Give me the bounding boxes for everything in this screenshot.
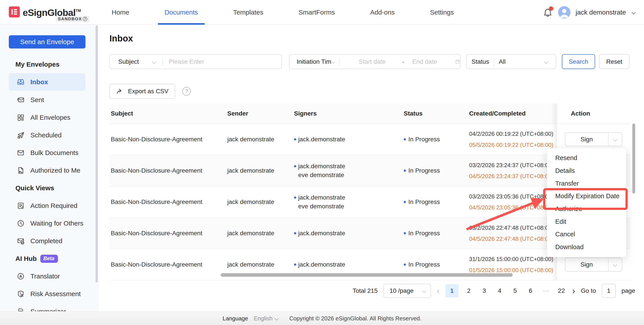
send-envelope-button[interactable]: Send an Envelope — [9, 35, 86, 49]
top-bar: eSignGlobalTM SANDBOX? HomeDocumentsTemp… — [0, 0, 644, 25]
nav-item-smartforms[interactable]: SmartForms — [299, 0, 335, 25]
status-field-label: Status — [472, 58, 489, 65]
nav-item-add-ons[interactable]: Add-ons — [370, 0, 395, 25]
next-page-button[interactable]: › — [572, 286, 575, 295]
sign-button-label[interactable]: Sign — [565, 258, 608, 271]
signer-name: eve demonstrate — [298, 171, 344, 179]
nav-item-documents[interactable]: Documents — [164, 0, 198, 25]
status-filter-group: Status All — [466, 54, 556, 69]
sidebar-heading-my-envelopes: My Envelopes — [16, 60, 99, 69]
user-name[interactable]: jack demonstrate — [576, 9, 626, 16]
subject-search-input[interactable] — [169, 58, 274, 65]
column-header-subject: Subject — [110, 104, 225, 124]
subject-field-chevron-down-icon[interactable] — [152, 60, 156, 64]
goto-page-input[interactable] — [602, 284, 616, 298]
cell-signers: jack.demonstrate — [292, 218, 400, 249]
completed-date: 05/5/2026 00:19:22 (UTC+08:00) — [469, 141, 556, 149]
sidebar-item-label: Waiting for Others — [30, 220, 84, 227]
subject-field-selector[interactable]: Subject — [118, 58, 139, 65]
status-text: In Progress — [408, 136, 440, 143]
sidebar-item-risk-assessment[interactable]: Risk Assessment — [0, 285, 99, 303]
status-select-value[interactable]: All — [499, 58, 506, 65]
signer-bullet — [294, 138, 296, 140]
sidebar-heading-quick-views: Quick Views — [16, 184, 99, 192]
export-row: Export as CSV ? — [110, 84, 191, 99]
cell-subject: Basic-Non-Disclosure-Agreement — [110, 249, 225, 280]
sidebar-item-all-envelopes[interactable]: All Envelopes — [0, 109, 99, 126]
start-date-input[interactable]: Start date — [359, 58, 386, 65]
nav-item-templates[interactable]: Templates — [233, 0, 264, 25]
sidebar-item-summarizer[interactable]: Summarizer — [0, 303, 99, 311]
menu-item-details[interactable]: Details — [547, 164, 626, 177]
status-chevron-down-icon[interactable] — [544, 60, 548, 64]
language-chevron-down-icon — [275, 316, 279, 320]
search-button[interactable]: Search — [562, 54, 595, 69]
date-field-selector[interactable]: Initiation Tim — [297, 58, 331, 65]
sidebar-item-action-required[interactable]: Action Required — [0, 197, 99, 214]
page-number-5[interactable]: 5 — [510, 284, 520, 297]
status-text: In Progress — [408, 230, 440, 237]
cell-status: In Progress — [400, 124, 466, 155]
notification-bell-icon[interactable] — [543, 7, 553, 18]
reset-button[interactable]: Reset — [599, 54, 630, 69]
column-header-status: Status — [400, 104, 466, 124]
sidebar-item-authorized-to-me[interactable]: Authorized to Me — [0, 162, 99, 179]
page-number-3[interactable]: 3 — [479, 284, 490, 297]
column-header-action: Action — [556, 104, 630, 124]
sent-icon — [17, 96, 25, 104]
sidebar-item-translator[interactable]: Translator — [0, 267, 99, 285]
menu-item-cancel[interactable]: Cancel — [547, 228, 626, 241]
sign-button-label[interactable]: Sign — [565, 133, 608, 146]
bulk-documents-icon — [17, 149, 25, 157]
prev-page-button[interactable]: ‹ — [437, 286, 440, 295]
cell-subject: Basic-Non-Disclosure-Agreement — [110, 218, 225, 249]
page-number-22[interactable]: 22 — [556, 284, 566, 297]
sign-button[interactable]: Sign — [565, 257, 622, 272]
sidebar-item-sent[interactable]: Sent — [0, 91, 99, 109]
column-header-sender: Sender — [225, 104, 292, 124]
cell-sender: jack demonstrate — [225, 187, 292, 217]
language-select[interactable]: English — [254, 315, 279, 322]
date-field-chevron-down-icon[interactable] — [332, 60, 336, 64]
page-number-2[interactable]: 2 — [464, 284, 474, 297]
cell-signers: jack.demonstrateeve demonstrate — [292, 155, 400, 186]
sign-dropdown-chevron-icon[interactable] — [608, 133, 622, 146]
menu-item-authorize[interactable]: Authorize — [547, 203, 626, 215]
menu-item-download[interactable]: Download — [547, 241, 626, 253]
signer-bullet — [294, 196, 296, 199]
export-csv-button[interactable]: Export as CSV — [110, 84, 175, 99]
sign-button[interactable]: Sign — [565, 132, 622, 146]
signer-name: jack.demonstrate — [298, 162, 345, 171]
menu-item-edit[interactable]: Edit — [547, 215, 626, 228]
chevron-down-icon — [613, 137, 617, 141]
sign-dropdown-chevron-icon[interactable] — [608, 258, 622, 271]
sidebar-item-label: Bulk Documents — [30, 149, 78, 157]
sidebar-item-scheduled[interactable]: Scheduled — [0, 126, 99, 144]
page-vertical-scrollbar[interactable] — [632, 124, 635, 194]
menu-item-resend[interactable]: Resend — [547, 152, 626, 164]
page-size-select[interactable]: 10 /page — [384, 284, 431, 298]
nav-item-settings[interactable]: Settings — [430, 0, 454, 25]
end-date-input[interactable]: End date — [412, 58, 437, 65]
menu-item-modify-expiration-date[interactable]: Modify Expiration Date — [547, 190, 626, 203]
nav-item-home[interactable]: Home — [112, 0, 129, 25]
help-icon[interactable]: ? — [182, 87, 191, 96]
user-menu-chevron-down-icon[interactable] — [632, 10, 636, 14]
page-number-1[interactable]: 1 — [445, 284, 458, 297]
sidebar-item-completed[interactable]: Completed — [0, 232, 99, 250]
avatar[interactable] — [558, 6, 570, 19]
sidebar-item-waiting-for-others[interactable]: Waiting for Others — [0, 214, 99, 232]
sidebar-scrollbar[interactable] — [96, 25, 98, 282]
calendar-icon[interactable] — [455, 58, 460, 65]
sidebar-item-inbox[interactable]: Inbox — [9, 73, 86, 91]
cell-subject: Basic-Non-Disclosure-Agreement — [110, 155, 225, 186]
column-header-signers: Signers — [292, 104, 400, 124]
status-bullet — [404, 170, 406, 172]
menu-item-transfer[interactable]: Transfer — [547, 177, 626, 190]
table-horizontal-scrollbar[interactable] — [221, 273, 513, 277]
page-number-6[interactable]: 6 — [526, 284, 536, 297]
beta-badge: Beta — [40, 255, 58, 263]
sidebar-item-bulk-documents[interactable]: Bulk Documents — [0, 144, 99, 162]
page-number-4[interactable]: 4 — [495, 284, 505, 297]
status-bullet — [404, 138, 406, 140]
